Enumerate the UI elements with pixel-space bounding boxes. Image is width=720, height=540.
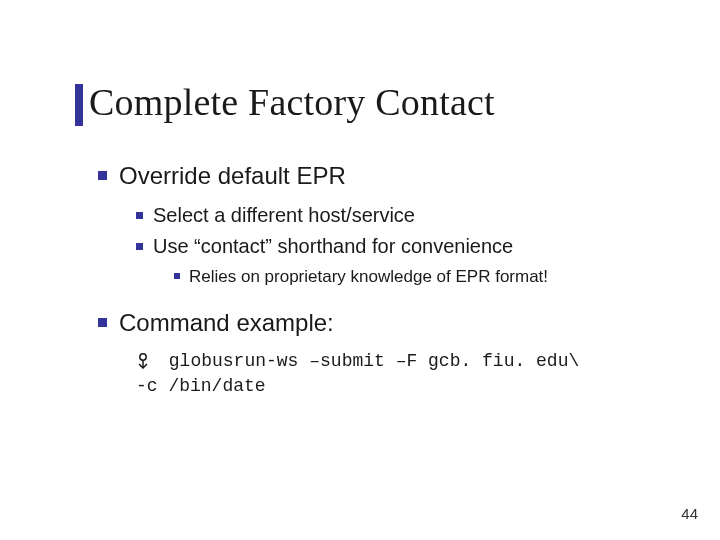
sub-sub-list: Relies on proprietary knowledge of EPR f… xyxy=(136,266,660,289)
square-bullet-icon xyxy=(136,243,143,250)
square-bullet-icon xyxy=(98,171,107,180)
prompt-bullet-icon xyxy=(136,353,150,369)
square-bullet-icon xyxy=(98,318,107,327)
list-item: Relies on proprietary knowledge of EPR f… xyxy=(174,266,660,289)
bullet-text: Use “contact” shorthand for convenience xyxy=(153,235,513,257)
list-item: Use “contact” shorthand for convenience … xyxy=(136,233,660,289)
square-bullet-icon xyxy=(136,212,143,219)
slide-title: Complete Factory Contact xyxy=(83,80,495,124)
square-bullet-icon xyxy=(174,273,180,279)
command-text-line1: globusrun-ws –submit –F gcb. fiu. edu\ xyxy=(158,351,579,371)
slide: Complete Factory Contact Override defaul… xyxy=(0,0,720,540)
bullet-text: Override default EPR xyxy=(119,162,346,189)
bullet-text: Command example: xyxy=(119,309,334,336)
command-text-line2: -c /bin/date xyxy=(136,376,266,396)
title-block: Complete Factory Contact xyxy=(75,80,495,124)
body-list: Override default EPR Select a different … xyxy=(98,160,660,416)
page-number: 44 xyxy=(681,505,698,522)
command-block: globusrun-ws –submit –F gcb. fiu. edu\ -… xyxy=(98,348,660,399)
bullet-text: Relies on proprietary knowledge of EPR f… xyxy=(189,267,548,286)
sub-list: Select a different host/service Use “con… xyxy=(98,202,660,289)
list-item: Command example: globusrun-ws –submit –F… xyxy=(98,307,660,398)
svg-point-0 xyxy=(140,354,146,360)
bullet-text: Select a different host/service xyxy=(153,204,415,226)
list-item: Select a different host/service xyxy=(136,202,660,229)
list-item: Override default EPR Select a different … xyxy=(98,160,660,289)
